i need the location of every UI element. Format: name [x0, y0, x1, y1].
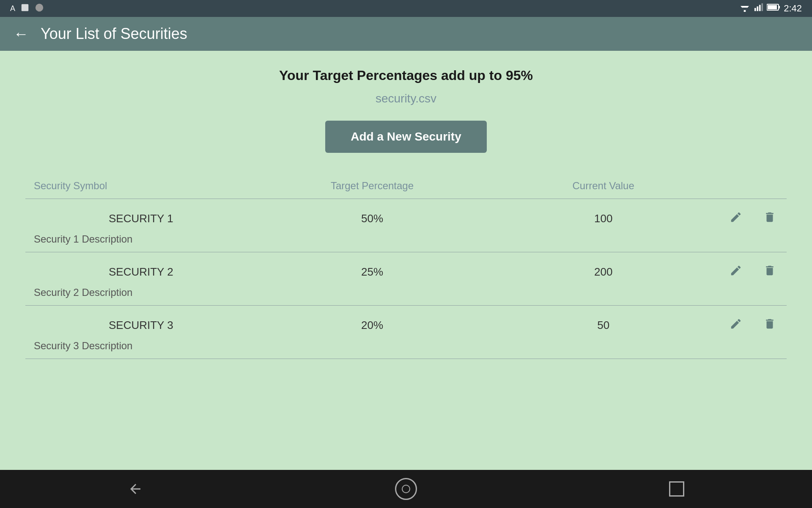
- status-bar: A: [0, 0, 812, 17]
- delete-button-2[interactable]: [753, 261, 787, 283]
- status-bar-left: A: [10, 3, 44, 14]
- target-pct-2: 25%: [257, 265, 488, 279]
- current-val-1: 100: [488, 212, 719, 225]
- svg-rect-10: [768, 5, 777, 9]
- security-desc-2: Security 2 Description: [25, 287, 787, 298]
- status-bar-right: 2:42: [739, 3, 802, 14]
- edit-button-2[interactable]: [719, 261, 753, 283]
- table-row: SECURITY 2 25% 200 Security 2 Descriptio…: [25, 252, 787, 306]
- svg-rect-7: [759, 5, 761, 11]
- edit-button-3[interactable]: [719, 314, 753, 337]
- target-percentage-text: Your Target Percentages add up to 95%: [279, 68, 533, 83]
- a-icon: A: [10, 4, 15, 13]
- svg-rect-6: [757, 6, 759, 11]
- delete-button-1[interactable]: [753, 207, 787, 230]
- edit-button-1[interactable]: [719, 207, 753, 230]
- nav-bar: [0, 470, 812, 508]
- page-title: Your List of Securities: [41, 25, 187, 43]
- svg-rect-11: [779, 6, 780, 8]
- recent-nav-button[interactable]: [664, 476, 689, 502]
- recent-square-icon: [669, 481, 684, 497]
- circle-icon: [35, 3, 44, 14]
- csv-link[interactable]: security.csv: [376, 92, 436, 105]
- battery-icon: [767, 3, 780, 14]
- wifi-icon: [739, 3, 751, 14]
- notification-icon: [20, 3, 30, 14]
- col-header-target: Target Percentage: [257, 180, 488, 192]
- svg-point-4: [744, 10, 746, 12]
- home-circle-icon: [395, 478, 417, 500]
- security-symbol-3: SECURITY 3: [25, 319, 257, 332]
- col-header-value: Current Value: [488, 180, 719, 192]
- security-desc-1: Security 1 Description: [25, 233, 787, 245]
- svg-point-1: [36, 3, 43, 11]
- svg-rect-0: [22, 4, 29, 11]
- current-val-2: 200: [488, 265, 719, 279]
- target-pct-1: 50%: [257, 212, 488, 225]
- svg-rect-5: [754, 8, 756, 11]
- delete-button-3[interactable]: [753, 314, 787, 337]
- table-row: SECURITY 3 20% 50 Security 3 Description: [25, 306, 787, 359]
- signal-icon: [754, 3, 763, 14]
- current-val-3: 50: [488, 319, 719, 332]
- col-header-symbol: Security Symbol: [25, 180, 257, 192]
- back-button[interactable]: ←: [14, 26, 29, 41]
- table-header: Security Symbol Target Percentage Curren…: [25, 173, 787, 199]
- security-symbol-1: SECURITY 1: [25, 212, 257, 225]
- main-content: Your Target Percentages add up to 95% se…: [0, 51, 812, 470]
- back-nav-button[interactable]: [123, 476, 148, 502]
- time-display: 2:42: [784, 3, 802, 14]
- securities-table: Security Symbol Target Percentage Curren…: [25, 173, 787, 359]
- security-desc-3: Security 3 Description: [25, 340, 787, 352]
- app-bar: ← Your List of Securities: [0, 17, 812, 51]
- svg-rect-8: [762, 3, 763, 11]
- security-symbol-2: SECURITY 2: [25, 265, 257, 279]
- target-pct-3: 20%: [257, 319, 488, 332]
- add-new-security-button[interactable]: Add a New Security: [325, 121, 486, 153]
- table-row: SECURITY 1 50% 100 Security 1 Descriptio…: [25, 199, 787, 252]
- home-nav-button[interactable]: [393, 476, 419, 502]
